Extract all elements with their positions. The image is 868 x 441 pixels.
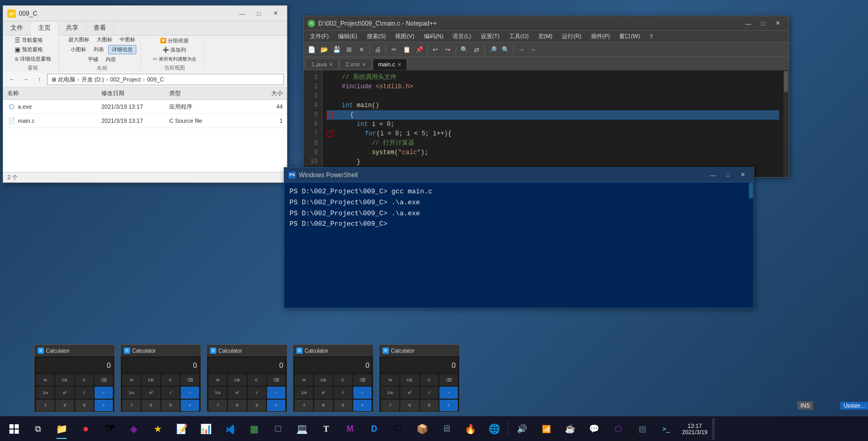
- tab-xml-close[interactable]: ✕: [362, 62, 366, 67]
- toolbar-open[interactable]: 📂: [318, 44, 330, 55]
- ribbon-tab-share[interactable]: 共享: [59, 21, 86, 35]
- taskbar-screen-app[interactable]: 🖥: [435, 418, 458, 440]
- content-btn[interactable]: 内容: [102, 55, 119, 64]
- toolbar-zoom-in[interactable]: 🔎: [487, 44, 499, 55]
- taskbar-security[interactable]: 🛡: [387, 418, 410, 440]
- taskbar-orange-app[interactable]: 🔥: [459, 418, 482, 440]
- update-badge[interactable]: Update...: [840, 402, 868, 410]
- taskbar-grey-app[interactable]: □: [267, 418, 290, 440]
- col-date[interactable]: 修改日期: [97, 88, 165, 98]
- ps-scrollbar[interactable]: [748, 182, 754, 308]
- menu-window[interactable]: 窗口(W): [615, 31, 644, 41]
- taskbar-purple[interactable]: ◆: [122, 418, 145, 440]
- close-button[interactable]: ✕: [268, 8, 283, 19]
- notepad-scrollbar[interactable]: [783, 71, 789, 177]
- menu-encoding[interactable]: 编码(N): [420, 31, 447, 41]
- toolbar-zoom-out[interactable]: 🔍: [500, 44, 511, 55]
- toolbar-outdent[interactable]: ←: [528, 44, 540, 55]
- toolbar-undo[interactable]: ↩: [430, 44, 441, 55]
- start-button[interactable]: [3, 418, 25, 440]
- notepad-maximize[interactable]: □: [756, 18, 770, 29]
- ps-content[interactable]: PS D:\002_Project\009_C> gcc main.c PS D…: [284, 182, 748, 308]
- notepad-scrollbar-thumb[interactable]: [784, 71, 788, 92]
- file-row-exe[interactable]: ⬡ a.exe 2021/3/19 13:17 应用程序 44: [3, 100, 287, 114]
- col-name[interactable]: 名称: [3, 88, 97, 98]
- menu-tools[interactable]: 工具(O): [505, 31, 533, 41]
- toolbar-cut[interactable]: ✂: [388, 44, 400, 55]
- minimize-button[interactable]: —: [235, 8, 249, 19]
- taskbar-office[interactable]: 📊: [194, 418, 217, 440]
- ps-minimize[interactable]: —: [707, 170, 720, 180]
- taskbar-grid[interactable]: ▤: [631, 418, 654, 440]
- back-button[interactable]: ←: [6, 74, 18, 85]
- tile-btn[interactable]: 平铺: [85, 55, 101, 64]
- maximize-button[interactable]: □: [251, 8, 266, 19]
- taskbar-volume[interactable]: 🔊: [511, 418, 534, 440]
- preview-pane-btn[interactable]: ▣ 预览窗格: [11, 45, 54, 54]
- toolbar-close[interactable]: ✕: [356, 44, 367, 55]
- toolbar-replace[interactable]: ⇄: [471, 44, 482, 55]
- taskbar-vscode[interactable]: [218, 418, 241, 440]
- calc-preview-2[interactable]: ⊞ Calculator 0 % CE C ⌫ 1/x x² √ ÷ 7 8 9: [120, 344, 201, 412]
- toolbar-find[interactable]: 🔍: [458, 44, 470, 55]
- menu-file[interactable]: 文件(F): [306, 31, 333, 41]
- code-area[interactable]: // 系统调用头文件 #include <stdlib.h> int main(…: [322, 71, 783, 177]
- menu-language[interactable]: 语言(L): [448, 31, 475, 41]
- menu-search[interactable]: 搜索(S): [363, 31, 390, 41]
- resize-col-btn[interactable]: ⇔ 将所有列调整为合: [149, 55, 200, 63]
- taskbar-blue-star[interactable]: ★: [146, 418, 169, 440]
- nav-pane-btn[interactable]: ☰ 导航窗格: [11, 36, 54, 44]
- ps-close[interactable]: ✕: [736, 170, 749, 180]
- taskbar-clock[interactable]: 13:17 2021/3/19: [679, 423, 711, 435]
- menu-run[interactable]: 运行(R): [558, 31, 585, 41]
- ribbon-tab-home[interactable]: 主页: [31, 21, 59, 36]
- calc-preview-3[interactable]: ⊞ Calculator 0 % CE C ⌫ 1/x x² √ ÷ 7 8 9: [206, 344, 287, 412]
- menu-plugins[interactable]: 插件(P): [587, 31, 615, 41]
- tab-xml[interactable]: 2.xml ✕: [340, 59, 371, 70]
- large-icon-btn[interactable]: 大图标: [94, 36, 115, 44]
- medium-icon-btn[interactable]: 中图标: [117, 36, 138, 44]
- notepad-minimize[interactable]: —: [742, 18, 755, 29]
- list-btn[interactable]: 列表: [90, 45, 107, 54]
- toolbar-redo[interactable]: ↪: [442, 44, 454, 55]
- taskbar-network[interactable]: 📶: [535, 418, 558, 440]
- toolbar-copy[interactable]: 📋: [401, 44, 412, 55]
- taskbar-chrome[interactable]: 🌐: [483, 418, 506, 440]
- toolbar-paste[interactable]: 📌: [413, 44, 425, 55]
- fold-marker-5[interactable]: -: [327, 112, 334, 118]
- detail-pane-btn[interactable]: ≡ 详细信息窗格: [11, 55, 54, 63]
- menu-settings[interactable]: 设置(T): [477, 31, 504, 41]
- add-col-btn[interactable]: ➕ 添加列: [149, 46, 200, 54]
- tab-mainc[interactable]: main.c ✕: [373, 59, 407, 70]
- taskbar-m-app[interactable]: M: [339, 418, 362, 440]
- detail-btn[interactable]: 详细信息: [108, 45, 136, 54]
- taskbar-maps[interactable]: 🗺: [98, 418, 121, 440]
- up-button[interactable]: ↑: [33, 74, 45, 85]
- taskbar-file-explorer[interactable]: 📁: [50, 418, 73, 440]
- taskbar-app-red[interactable]: ●: [74, 418, 97, 440]
- toolbar-indent[interactable]: →: [516, 44, 527, 55]
- col-type[interactable]: 类型: [165, 88, 217, 98]
- forward-button[interactable]: →: [20, 74, 31, 85]
- notepad-close[interactable]: ✕: [771, 18, 784, 29]
- tab-java-close[interactable]: ✕: [329, 62, 333, 67]
- taskbar-green-app[interactable]: ▦: [242, 418, 265, 440]
- taskbar-t-app[interactable]: T: [315, 418, 338, 440]
- taskbar-terminal[interactable]: 💻: [291, 418, 314, 440]
- ribbon-tab-view[interactable]: 查看: [86, 21, 114, 35]
- toolbar-save-all[interactable]: ⊞: [343, 44, 355, 55]
- taskbar-hexagon[interactable]: ⬡: [607, 418, 630, 440]
- group-by-btn[interactable]: 🔽 分组依据: [149, 37, 200, 45]
- taskbar-java[interactable]: ☕: [559, 418, 582, 440]
- toolbar-print[interactable]: 🖨: [372, 44, 384, 55]
- taskbar-task-view[interactable]: ⧉: [26, 418, 49, 440]
- ribbon-tab-file[interactable]: 文件: [3, 21, 31, 35]
- taskbar-d-app[interactable]: D: [363, 418, 386, 440]
- calc-preview-4[interactable]: ⊞ Calculator 0 % CE C ⌫ 1/x x² √ ÷ 7 8 9: [293, 344, 374, 412]
- menu-help[interactable]: ?: [645, 32, 657, 41]
- ps-maximize[interactable]: □: [721, 170, 735, 180]
- col-size[interactable]: 大小: [217, 88, 287, 98]
- calc-preview-1[interactable]: ⊞ Calculator 0 % CE C ⌫ 1/x x² √ ÷ 7 8 9: [34, 344, 115, 412]
- file-row-c[interactable]: 📄 main.c 2021/3/19 13:17 C Source file 1: [3, 114, 287, 128]
- taskbar-wechat[interactable]: 💬: [583, 418, 606, 440]
